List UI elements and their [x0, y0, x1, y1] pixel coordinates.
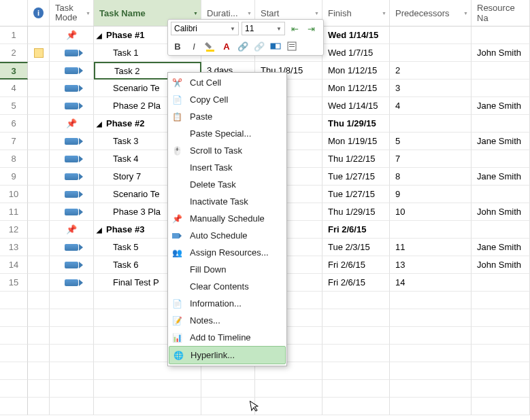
- chevron-down-icon[interactable]: ▼: [463, 11, 468, 16]
- ctx-cut[interactable]: ✂️Cut Cell: [168, 74, 286, 91]
- fill-color-button[interactable]: [203, 39, 217, 53]
- predecessors-cell[interactable]: 13: [390, 256, 471, 274]
- finish-cell[interactable]: Fri 2/6/15: [322, 274, 390, 292]
- empty-cell[interactable]: [28, 327, 50, 345]
- empty-cell[interactable]: [50, 345, 94, 362]
- chevron-down-icon[interactable]: ▼: [382, 11, 386, 16]
- finish-cell[interactable]: Fri 2/6/15: [322, 221, 390, 239]
- finish-cell[interactable]: Mon 1/19/15: [322, 133, 390, 150]
- empty-cell[interactable]: [471, 327, 530, 345]
- task-mode-cell[interactable]: [50, 62, 94, 80]
- empty-cell[interactable]: [28, 345, 50, 362]
- finish-cell[interactable]: Tue 1/27/15: [322, 186, 390, 203]
- empty-cell[interactable]: [471, 398, 530, 415]
- percent-complete-button[interactable]: [269, 39, 282, 53]
- empty-cell[interactable]: [322, 309, 390, 327]
- resource-cell[interactable]: Jane Smith: [471, 239, 530, 256]
- empty-cell[interactable]: [50, 362, 94, 380]
- task-mode-cell[interactable]: [50, 274, 94, 292]
- collapse-toggle-icon[interactable]: ◢: [97, 226, 102, 233]
- finish-cell[interactable]: Tue 2/3/15: [322, 239, 390, 256]
- ctx-scroll-to-task[interactable]: 🖱️Scroll to Task: [168, 142, 286, 159]
- predecessors-cell[interactable]: 14: [390, 274, 471, 292]
- empty-cell[interactable]: [50, 292, 94, 309]
- predecessors-cell[interactable]: 2: [390, 62, 471, 80]
- task-mode-cell[interactable]: [50, 203, 94, 221]
- empty-cell[interactable]: [0, 309, 28, 327]
- ctx-hyperlink[interactable]: 🌐Hyperlink...: [169, 346, 286, 364]
- empty-cell[interactable]: [322, 327, 390, 345]
- resource-cell[interactable]: Jane Smith: [471, 133, 530, 150]
- predecessors-cell[interactable]: [390, 27, 471, 44]
- empty-cell[interactable]: [28, 309, 50, 327]
- finish-cell[interactable]: Wed 1/14/15: [322, 97, 390, 115]
- empty-cell[interactable]: [471, 380, 530, 398]
- task-mode-cell[interactable]: [50, 186, 94, 203]
- italic-button[interactable]: I: [187, 39, 201, 53]
- empty-cell[interactable]: [28, 292, 50, 309]
- row-number[interactable]: 14: [0, 256, 28, 274]
- predecessors-cell[interactable]: 5: [390, 133, 471, 150]
- resource-cell[interactable]: Jane Smith: [471, 168, 530, 186]
- finish-cell[interactable]: Thu 1/29/15: [322, 115, 390, 133]
- resource-cell[interactable]: [471, 150, 530, 168]
- empty-cell[interactable]: [201, 398, 255, 415]
- resource-cell[interactable]: [471, 62, 530, 80]
- finish-cell[interactable]: Fri 2/6/15: [322, 256, 390, 274]
- collapse-toggle-icon[interactable]: ◢: [97, 120, 102, 127]
- empty-cell[interactable]: [94, 380, 201, 398]
- ctx-paste-special[interactable]: Paste Special...: [168, 125, 286, 142]
- row-number[interactable]: 7: [0, 133, 28, 150]
- task-mode-cell[interactable]: 📌: [50, 27, 94, 44]
- task-mode-cell[interactable]: [50, 80, 94, 97]
- row-number[interactable]: 12: [0, 221, 28, 239]
- rownum-header[interactable]: [0, 0, 28, 26]
- empty-cell[interactable]: [0, 327, 28, 345]
- predecessors-cell[interactable]: 10: [390, 203, 471, 221]
- task-mode-header[interactable]: TaskMode▼: [50, 0, 94, 26]
- outdent-button[interactable]: ⇤: [288, 22, 301, 35]
- finish-cell[interactable]: Mon 1/12/15: [322, 62, 390, 80]
- finish-cell[interactable]: Thu 1/22/15: [322, 150, 390, 168]
- row-number[interactable]: 13: [0, 239, 28, 256]
- chevron-down-icon[interactable]: ▼: [193, 11, 198, 16]
- empty-cell[interactable]: [322, 398, 390, 415]
- task-mode-cell[interactable]: [50, 133, 94, 150]
- font-combo[interactable]: Calibri▼: [171, 22, 239, 35]
- empty-cell[interactable]: [28, 380, 50, 398]
- finish-cell[interactable]: Wed 1/14/15: [322, 27, 390, 44]
- resource-cell[interactable]: [471, 186, 530, 203]
- resource-cell[interactable]: [471, 274, 530, 292]
- empty-cell[interactable]: [390, 345, 471, 362]
- ctx-manually-schedule[interactable]: 📌Manually Schedule: [168, 210, 286, 227]
- ctx-information[interactable]: 📄Information...: [168, 295, 286, 312]
- empty-cell[interactable]: [28, 362, 50, 380]
- empty-cell[interactable]: [390, 398, 471, 415]
- empty-cell[interactable]: [390, 327, 471, 345]
- row-number[interactable]: 10: [0, 186, 28, 203]
- empty-cell[interactable]: [255, 380, 322, 398]
- task-mode-cell[interactable]: [50, 97, 94, 115]
- empty-cell[interactable]: [390, 309, 471, 327]
- empty-cell[interactable]: [390, 292, 471, 309]
- predecessors-cell[interactable]: 8: [390, 168, 471, 186]
- resource-cell[interactable]: [471, 80, 530, 97]
- empty-cell[interactable]: [390, 362, 471, 380]
- task-mode-cell[interactable]: [50, 239, 94, 256]
- empty-row[interactable]: [0, 380, 530, 398]
- ctx-clear-contents[interactable]: Clear Contents: [168, 278, 286, 295]
- row-number[interactable]: 11: [0, 203, 28, 221]
- row-number[interactable]: 4: [0, 80, 28, 97]
- predecessors-cell[interactable]: 3: [390, 80, 471, 97]
- finish-cell[interactable]: Thu 1/29/15: [322, 203, 390, 221]
- font-color-button[interactable]: A: [220, 39, 233, 53]
- task-mode-cell[interactable]: 📌: [50, 115, 94, 133]
- ctx-add-to-timeline[interactable]: 📊Add to Timeline: [168, 329, 286, 346]
- ctx-delete-task[interactable]: Delete Task: [168, 176, 286, 193]
- task-mode-cell[interactable]: [50, 44, 94, 62]
- bold-button[interactable]: B: [171, 39, 184, 53]
- empty-cell[interactable]: [322, 345, 390, 362]
- empty-cell[interactable]: [50, 398, 94, 415]
- resource-header[interactable]: Resource Na: [471, 0, 530, 26]
- empty-cell[interactable]: [390, 380, 471, 398]
